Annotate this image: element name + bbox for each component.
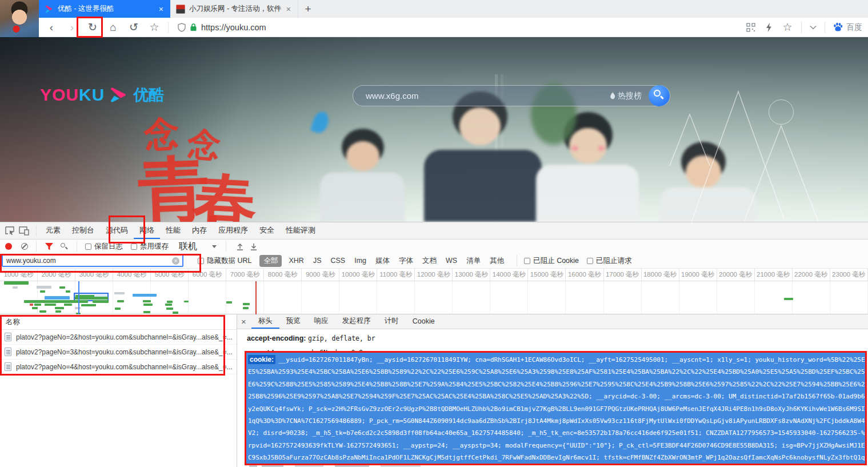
detail-tab[interactable]: 响应 [307,314,335,329]
clear-filter-icon[interactable]: × [172,257,179,265]
browser-tab-youku[interactable]: 优酷 - 这世界很酷 × [39,0,170,18]
devtools-panel-tab[interactable]: 源代码 [100,222,134,239]
address-bar[interactable]: https://youku.com [178,23,741,32]
request-row[interactable]: platov2?pageNo=2&host=youku.com&subchann… [0,330,237,345]
network-filter-row: www.youku.com × 隐藏数据 URL 全部XHRJSCSSImg媒体… [0,253,868,269]
request-name: platov2?pageNo=2&host=youku.com&subchann… [16,333,233,341]
detail-tab[interactable]: 发起程序 [335,314,378,329]
favorites-star-icon[interactable]: ☆ [777,19,798,36]
preserve-log-label: 保留日志 [94,242,123,252]
filter-chip[interactable]: JS [313,257,322,265]
devtools-panel-tab[interactable]: 性能 [160,222,186,239]
inspect-element-icon[interactable] [5,226,14,236]
document-icon [5,348,11,356]
filter-funnel-icon[interactable] [45,243,53,250]
devtools-panel-tab[interactable]: 安全 [254,222,280,239]
new-tab-button[interactable]: + [298,0,318,18]
record-button[interactable] [5,243,12,250]
chevron-down-icon[interactable] [810,25,817,30]
filter-chip[interactable]: 清单 [466,256,481,266]
youku-logo[interactable]: YOUKU 优酷 [40,85,164,105]
detail-tab[interactable]: 计时 [378,314,406,329]
refresh-button[interactable]: ↻ [82,19,103,36]
divider [77,241,77,252]
overview-grid-cell [793,281,830,314]
timeline-tick: 7000 毫秒 [226,269,264,281]
overview-grid-cell [755,281,793,314]
blocked-request-label: 已阻止请求 [596,256,632,266]
youku-search-button[interactable] [649,85,670,106]
hide-data-url-checkbox[interactable] [198,258,204,264]
export-har-icon[interactable] [250,243,257,250]
filter-chip[interactable]: 文档 [422,256,437,266]
clear-button[interactable] [21,243,28,250]
blocked-cookie-checkbox[interactable] [524,258,530,264]
url-text[interactable]: https://youku.com [201,23,266,32]
filter-input[interactable]: www.youku.com × [2,254,183,267]
home-button[interactable]: ⌂ [103,19,123,36]
divider [168,22,169,33]
filter-chip[interactable]: 媒体 [375,256,390,266]
timeline-tick: 23000 毫秒 [830,269,868,281]
devtools-panel-tab[interactable]: 网络 [134,222,160,239]
tab-close-icon[interactable]: × [285,5,292,14]
filter-chip[interactable]: 其他 [490,256,504,266]
lightning-icon[interactable] [766,23,772,32]
tab-close-icon[interactable]: × [158,5,165,14]
divider [36,241,37,252]
youku-search-value[interactable]: www.x6g.com [366,91,610,101]
overview-grid-cell [75,281,113,314]
qr-code-icon[interactable] [746,23,755,32]
devtools-panel-tab[interactable]: 应用程序 [213,222,254,239]
devtools-panel-tab[interactable]: 内存 [186,222,213,239]
browser-tab-xiaodao[interactable]: 小刀娱乐网 - 专注活动，软件， × [170,0,298,18]
filter-chip[interactable]: Img [354,257,366,265]
devtools-panel-tab[interactable]: 元素 [40,222,66,239]
waterfall-overview[interactable] [0,281,868,314]
timeline-tick: 19000 毫秒 [679,269,717,281]
detail-tab[interactable]: 标头 [251,314,279,329]
flame-icon [610,92,615,99]
user-avatar[interactable] [0,0,39,37]
overview-grid-cell [0,281,38,314]
filter-input-value[interactable]: www.youku.com [6,257,172,265]
timeline-tick: 4000 毫秒 [113,269,151,281]
cookie-header-selected[interactable]: cookie:__ysuid=1627267011847yBn; __aysid… [246,353,867,464]
detail-tab[interactable]: Cookie [406,314,442,329]
overview-grid-cell [226,281,264,314]
import-har-icon[interactable] [237,243,243,250]
filter-chip[interactable]: CSS [330,257,345,265]
request-row[interactable]: platov2?pageNo=3&host=youku.com&subchann… [0,345,237,360]
devtools-panel-tab[interactable]: 控制台 [66,222,100,239]
undo-button[interactable]: ↺ [123,19,144,36]
filter-chip[interactable]: XHR [289,257,303,265]
cookie-line: E5%25BA%2593%25E4%25BC%258A%25E6%258B%25… [248,366,867,378]
detail-tab[interactable]: 预览 [279,314,307,329]
device-toolbar-icon[interactable] [19,226,29,236]
filter-chip[interactable]: 全部 [259,255,282,267]
divider [825,22,825,33]
back-button[interactable]: ‹ [41,19,62,36]
forward-button[interactable]: › [62,19,82,36]
filter-chip[interactable]: WS [446,257,457,265]
close-detail-icon[interactable]: × [237,317,251,326]
throttling-select[interactable]: 联机 [179,241,217,253]
shield-icon[interactable] [178,23,186,32]
search-icon[interactable] [61,243,67,250]
logo-you: YOU [40,85,79,104]
youku-search-bar[interactable]: www.x6g.com 热搜榜 [353,85,670,106]
bookmark-star-button[interactable]: ☆ [144,19,165,36]
filter-chip[interactable]: 字体 [399,256,413,266]
detail-tabbar: 标头预览响应发起程序计时Cookie [251,314,442,329]
overview-grid-cell [453,281,490,314]
disable-cache-checkbox[interactable] [131,244,137,250]
select-arrow-icon [212,245,217,248]
blocked-request-checkbox[interactable] [587,258,593,264]
hot-search-button[interactable]: 热搜榜 [610,91,642,101]
preserve-log-checkbox[interactable] [85,244,91,250]
search-engine-button[interactable]: 百度 [833,22,862,33]
request-row[interactable]: platov2?pageNo=4&host=youku.com&subchann… [0,360,237,374]
request-list-header[interactable]: 名称 [0,314,237,330]
timeline-tick: 1000 毫秒 [0,269,38,281]
devtools-panel-tab[interactable]: 性能评测 [280,222,321,239]
